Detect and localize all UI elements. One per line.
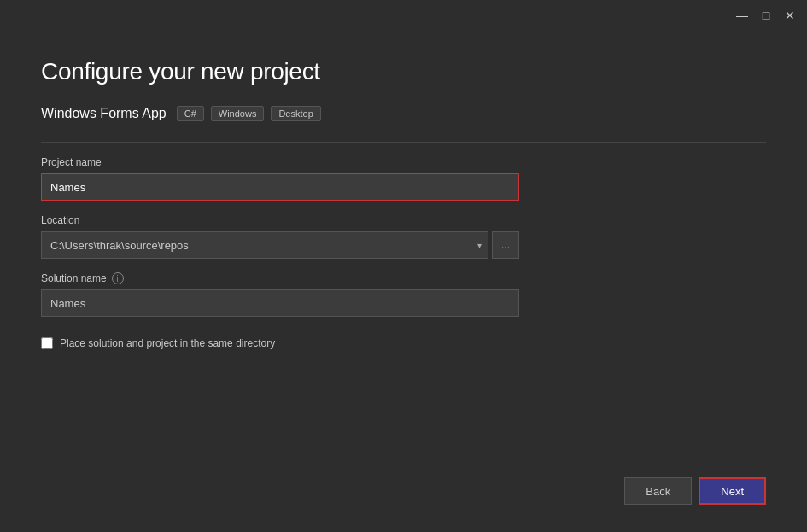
location-label: Location xyxy=(41,214,766,226)
title-bar: — □ ✕ xyxy=(0,0,807,31)
tag-windows: Windows xyxy=(211,106,265,121)
solution-name-group: Solution name i xyxy=(41,272,766,317)
solution-label-row: Solution name i xyxy=(41,272,766,284)
solution-name-label: Solution name xyxy=(41,272,107,284)
same-directory-label: Place solution and project in the same d… xyxy=(60,337,275,349)
location-select-wrapper: C:\Users\thrak\source\repos ▾ xyxy=(41,231,488,259)
back-button[interactable]: Back xyxy=(624,477,692,505)
directory-underline: directory xyxy=(236,337,275,349)
main-content: Configure your new project Windows Forms… xyxy=(0,31,807,532)
form-section: Project name Location C:\Users\thrak\sou… xyxy=(41,156,766,349)
tag-desktop: Desktop xyxy=(271,106,320,121)
spacer xyxy=(41,349,766,477)
close-button[interactable]: ✕ xyxy=(783,9,797,22)
configure-project-window: — □ ✕ Configure your new project Windows… xyxy=(0,0,807,532)
project-name-input[interactable] xyxy=(41,173,519,201)
browse-button[interactable]: ... xyxy=(492,231,519,259)
divider xyxy=(41,142,766,143)
app-type-name: Windows Forms App xyxy=(41,106,167,121)
tag-csharp: C# xyxy=(177,106,204,121)
location-select[interactable]: C:\Users\thrak\source\repos xyxy=(41,231,488,259)
next-button[interactable]: Next xyxy=(699,477,766,505)
minimize-button[interactable]: — xyxy=(735,9,749,22)
app-type-row: Windows Forms App C# Windows Desktop xyxy=(41,106,766,121)
project-name-label: Project name xyxy=(41,156,766,168)
same-directory-checkbox[interactable] xyxy=(41,337,53,349)
same-directory-row: Place solution and project in the same d… xyxy=(41,337,766,349)
page-title: Configure your new project xyxy=(41,58,766,85)
project-name-group: Project name xyxy=(41,156,766,201)
info-icon[interactable]: i xyxy=(112,272,124,284)
location-row: C:\Users\thrak\source\repos ▾ ... xyxy=(41,231,519,259)
footer: Back Next xyxy=(41,477,766,512)
maximize-button[interactable]: □ xyxy=(759,9,773,22)
location-group: Location C:\Users\thrak\source\repos ▾ .… xyxy=(41,214,766,259)
solution-name-input[interactable] xyxy=(41,289,519,317)
